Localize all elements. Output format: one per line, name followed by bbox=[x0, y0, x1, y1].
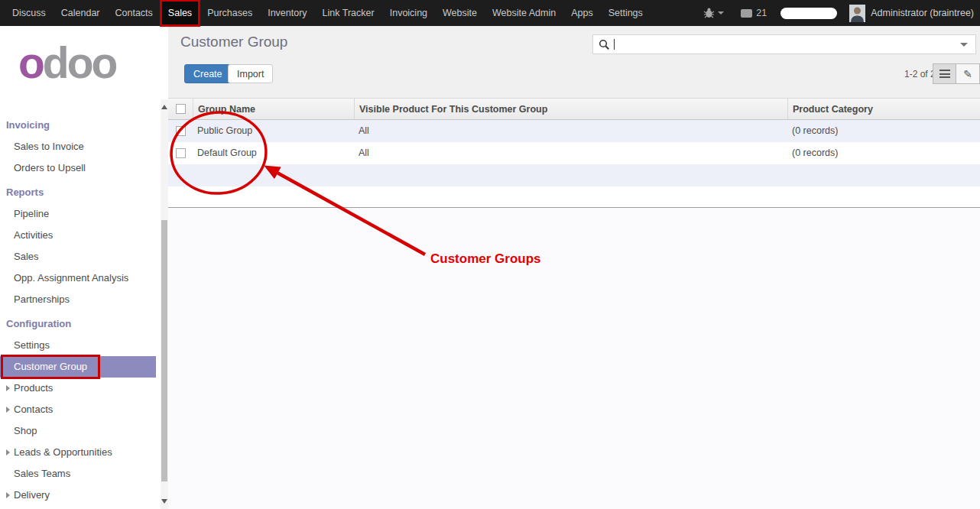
sidebar-item-label: Delivery bbox=[14, 489, 50, 501]
menu-link-tracker[interactable]: Link Tracker bbox=[315, 0, 382, 26]
sidebar-item-label: Products bbox=[14, 382, 53, 394]
chevron-down-icon bbox=[718, 11, 724, 15]
import-button[interactable]: Import bbox=[228, 64, 273, 83]
sidebar-item-label: Leads & Opportunities bbox=[14, 446, 112, 458]
menu-settings[interactable]: Settings bbox=[601, 0, 651, 26]
messages-button[interactable]: 21 bbox=[741, 8, 767, 18]
bug-icon bbox=[703, 8, 715, 18]
menu-apps[interactable]: Apps bbox=[563, 0, 601, 26]
sidebar-item-leads-opportunities[interactable]: Leads & Opportunities bbox=[0, 442, 161, 463]
sidebar-item-sales-to-invoice[interactable]: Sales to Invoice bbox=[0, 136, 161, 157]
empty-row bbox=[168, 186, 980, 207]
row-checkbox-cell bbox=[168, 142, 193, 164]
row-checkbox[interactable] bbox=[176, 126, 186, 136]
form-view-button[interactable]: ✎ bbox=[956, 63, 980, 84]
sidebar-item-sales[interactable]: Sales bbox=[0, 246, 161, 267]
list-icon bbox=[939, 70, 950, 78]
user-avatar[interactable] bbox=[849, 5, 865, 22]
menu-purchases[interactable]: Purchases bbox=[200, 0, 260, 26]
scroll-up-icon[interactable] bbox=[161, 105, 167, 109]
page-title: Customer Group bbox=[180, 34, 287, 50]
debug-menu[interactable] bbox=[703, 8, 724, 18]
header-checkbox-cell bbox=[168, 99, 193, 119]
sidebar-item-activities[interactable]: Activities bbox=[0, 225, 161, 246]
logo-letters: doo bbox=[43, 38, 115, 87]
sidebar-item-label: Contacts bbox=[14, 404, 53, 415]
sidebar-section-reports: Reports bbox=[0, 182, 161, 203]
sidebar-item-opp-assignment-analysis[interactable]: Opp. Assignment Analysis bbox=[0, 267, 161, 289]
search-dropdown-caret-icon[interactable] bbox=[960, 43, 968, 47]
table-row[interactable]: Default Group All (0 records) bbox=[168, 142, 980, 164]
search-input[interactable] bbox=[615, 35, 960, 53]
messages-count: 21 bbox=[756, 8, 767, 18]
menu-contacts[interactable]: Contacts bbox=[108, 0, 161, 26]
sidebar-item-delivery[interactable]: Delivery bbox=[0, 485, 161, 506]
sidebar-item-orders-to-upsell[interactable]: Orders to Upsell bbox=[0, 157, 161, 179]
search-icon bbox=[599, 39, 610, 50]
main-content: Customer Group Create Import 1-2 of 2 ✎ bbox=[168, 26, 980, 509]
table-header-row: Group Name Visible Product For This Cust… bbox=[168, 98, 980, 120]
menu-website[interactable]: Website bbox=[435, 0, 485, 26]
cell-visible-product: All bbox=[354, 120, 787, 142]
sidebar-item-customer-group[interactable]: Customer Group bbox=[0, 356, 156, 378]
logo-letter-accent: o bbox=[18, 38, 43, 87]
systray-pill[interactable] bbox=[780, 8, 837, 19]
cell-visible-product: All bbox=[354, 142, 787, 164]
sidebar-item-pipeline[interactable]: Pipeline bbox=[0, 203, 161, 225]
sidebar-item-partnerships[interactable]: Partnerships bbox=[0, 289, 161, 310]
expand-arrow-icon bbox=[6, 492, 10, 498]
cell-group-name: Default Group bbox=[193, 142, 354, 164]
systray: 21 Administrator (braintree) bbox=[703, 5, 980, 22]
view-switcher: ✎ bbox=[933, 63, 980, 84]
expand-arrow-icon bbox=[6, 449, 10, 456]
sidebar-section-invoicing: Invoicing bbox=[0, 115, 161, 136]
expand-arrow-icon bbox=[6, 407, 10, 413]
sidebar-item-label: Customer Group bbox=[14, 361, 87, 372]
topbar: Discuss Calendar Contacts Sales Purchase… bbox=[0, 0, 980, 26]
menu-invoicing[interactable]: Invoicing bbox=[382, 0, 435, 26]
cell-product-category: (0 records) bbox=[787, 120, 980, 142]
list-view-button[interactable] bbox=[933, 63, 956, 84]
column-header-product-category[interactable]: Product Category bbox=[787, 99, 980, 119]
chat-bubble-icon bbox=[741, 9, 752, 18]
cell-group-name: Public Group bbox=[193, 120, 354, 142]
user-menu[interactable]: Administrator (braintree) bbox=[871, 8, 974, 18]
menu-sales[interactable]: Sales bbox=[161, 0, 200, 26]
sidebar: odoo Invoicing Sales to Invoice Orders t… bbox=[0, 26, 161, 509]
cell-product-category: (0 records) bbox=[787, 142, 980, 164]
column-header-group-name[interactable]: Group Name bbox=[193, 99, 354, 119]
table-row[interactable]: Public Group All (0 records) bbox=[168, 120, 980, 142]
expand-arrow-icon bbox=[6, 385, 10, 391]
edit-icon: ✎ bbox=[963, 69, 972, 79]
empty-row bbox=[168, 164, 980, 186]
sidebar-nav: Invoicing Sales to Invoice Orders to Ups… bbox=[0, 115, 161, 506]
scroll-down-icon[interactable] bbox=[161, 499, 167, 504]
sidebar-item-sales-teams[interactable]: Sales Teams bbox=[0, 463, 161, 485]
scrollbar-thumb[interactable] bbox=[161, 220, 167, 481]
create-button[interactable]: Create bbox=[184, 64, 232, 83]
select-all-checkbox[interactable] bbox=[176, 104, 186, 114]
records-table: Group Name Visible Product For This Cust… bbox=[168, 98, 980, 208]
menu-inventory[interactable]: Inventory bbox=[260, 0, 314, 26]
odoo-logo[interactable]: odoo bbox=[18, 41, 115, 85]
sidebar-scrollbar[interactable] bbox=[161, 99, 168, 509]
menu-calendar[interactable]: Calendar bbox=[54, 0, 108, 26]
menu-website-admin[interactable]: Website Admin bbox=[485, 0, 563, 26]
sidebar-item-contacts[interactable]: Contacts bbox=[0, 399, 161, 420]
sidebar-item-shop[interactable]: Shop bbox=[0, 420, 161, 442]
table-bottom-border bbox=[168, 207, 980, 208]
sidebar-item-settings[interactable]: Settings bbox=[0, 335, 161, 356]
row-checkbox[interactable] bbox=[176, 148, 186, 158]
search-box bbox=[592, 34, 976, 54]
sidebar-section-configuration: Configuration bbox=[0, 313, 161, 335]
row-checkbox-cell bbox=[168, 120, 193, 142]
sidebar-item-products[interactable]: Products bbox=[0, 378, 161, 399]
column-header-visible-product[interactable]: Visible Product For This Customer Group bbox=[354, 99, 787, 119]
control-panel: Customer Group Create Import 1-2 of 2 ✎ bbox=[168, 26, 980, 98]
pager-range: 1-2 of 2 bbox=[904, 69, 936, 79]
menu-discuss[interactable]: Discuss bbox=[5, 0, 54, 26]
